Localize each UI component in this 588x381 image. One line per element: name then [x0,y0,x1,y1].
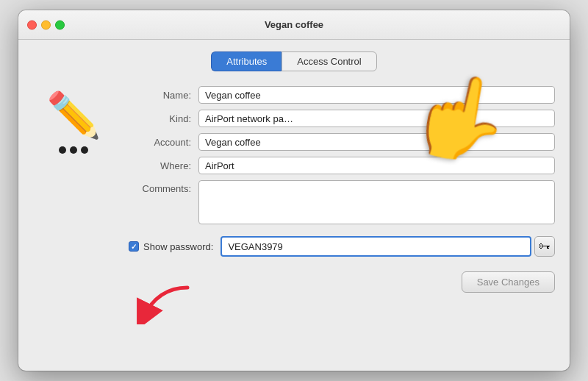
tab-bar: Attributes Access Control [33,51,555,71]
titlebar: Vegan coffee [18,10,570,40]
window-title: Vegan coffee [265,19,323,30]
main-area: ✏️ Name: Vegan coffee Kind: AirPort netw… [33,86,555,257]
show-password-checkbox[interactable] [129,241,139,252]
dots-decoration [59,146,88,154]
bottom-row: Save Changes [33,271,555,293]
key-button[interactable]: 🗝 [534,236,555,257]
where-row: Where: AirPort [129,157,555,174]
tab-attributes[interactable]: Attributes [211,51,282,71]
kind-row: Kind: AirPort network pa… [129,110,555,127]
minimize-button[interactable] [41,20,51,29]
kind-label: Kind: [129,113,191,124]
name-label: Name: [129,90,191,101]
show-password-checkbox-wrapper: Show password: [129,241,213,252]
main-window: Vegan coffee Attributes Access Control ✏… [18,10,570,371]
traffic-lights [27,20,65,29]
account-label: Account: [129,137,191,148]
form-area: Name: Vegan coffee Kind: AirPort network… [129,86,555,257]
show-password-label: Show password: [143,241,213,252]
tab-access-control[interactable]: Access Control [282,51,376,71]
name-value: Vegan coffee [198,86,555,104]
icon-area: ✏️ [33,86,114,154]
pencil-icon: ✏️ [46,93,101,138]
dot-3 [81,146,88,154]
password-input-wrapper: 🗝 [220,236,555,257]
content-area: Attributes Access Control ✏️ Name: Vegan… [18,40,570,307]
password-input[interactable] [220,236,531,257]
where-label: Where: [129,160,191,171]
comments-row: Comments: [129,180,555,224]
dot-1 [59,146,66,154]
key-icon: 🗝 [539,240,551,253]
where-value: AirPort [198,157,555,174]
comments-label: Comments: [129,180,191,194]
name-row: Name: Vegan coffee [129,86,555,104]
close-button[interactable] [27,20,37,29]
dot-2 [70,146,77,154]
password-section: Show password: 🗝 [129,236,555,257]
save-changes-button[interactable]: Save Changes [462,271,555,293]
comments-input[interactable] [198,180,555,224]
account-row: Account: Vegan coffee [129,133,555,151]
maximize-button[interactable] [55,20,65,29]
account-value: Vegan coffee [198,133,555,151]
kind-value: AirPort network pa… [198,110,555,127]
